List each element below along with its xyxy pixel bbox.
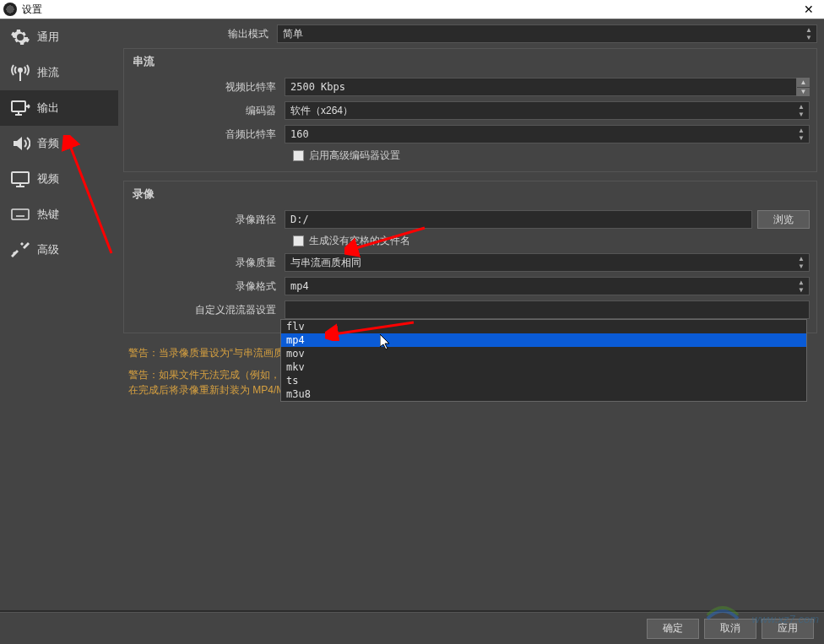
obs-icon — [3, 3, 17, 16]
sidebar: 通用 推流 输出 音频 视频 — [0, 19, 118, 610]
chevron-updown-icon: ▲▼ — [795, 279, 807, 293]
nospace-row[interactable]: 生成没有空格的文件名 — [293, 234, 810, 248]
recording-panel: 录像 录像路径 D:/ 浏览 生成没有空格的文件名 录像质量 与串流画 — [123, 181, 817, 333]
sidebar-item-advanced[interactable]: 高级 — [0, 232, 118, 268]
close-icon[interactable]: ✕ — [797, 3, 821, 16]
format-option-mp4[interactable]: mp4 — [281, 333, 806, 347]
muxer-input[interactable] — [285, 300, 810, 319]
sidebar-item-label: 输出 — [37, 100, 59, 116]
advanced-encoder-row[interactable]: 启用高级编码器设置 — [293, 149, 810, 163]
svg-point-0 — [19, 68, 22, 72]
keyboard-icon — [8, 203, 32, 226]
svg-rect-8 — [12, 209, 29, 219]
monitor-out-icon — [8, 96, 32, 120]
encoder-select[interactable]: 软件（x264） ▲▼ — [285, 101, 810, 120]
recording-format-select[interactable]: mp4 ▲▼ — [285, 277, 810, 295]
browse-button[interactable]: 浏览 — [757, 210, 810, 229]
output-mode-label: 输出模式 — [123, 27, 277, 41]
format-option-ts[interactable]: ts — [281, 374, 806, 387]
recording-quality-label: 录像质量 — [131, 256, 285, 270]
gear-icon — [8, 25, 32, 49]
audio-bitrate-select[interactable]: 160 ▲▼ — [285, 125, 810, 143]
sidebar-item-label: 热键 — [37, 207, 59, 222]
video-bitrate-stepper[interactable]: 2500 Kbps ▲ ▼ — [285, 78, 810, 96]
svg-rect-2 — [12, 101, 25, 111]
muxer-label: 自定义混流器设置 — [131, 303, 285, 317]
format-option-flv[interactable]: flv — [281, 320, 806, 333]
format-option-mov[interactable]: mov — [281, 347, 806, 360]
sidebar-item-label: 通用 — [37, 30, 59, 45]
tools-icon — [8, 238, 32, 262]
format-option-m3u8[interactable]: m3u8 — [281, 387, 806, 401]
chevron-updown-icon: ▲▼ — [795, 256, 807, 269]
advanced-encoder-label: 启用高级编码器设置 — [309, 149, 400, 163]
recording-title: 录像 — [133, 187, 810, 202]
main-content: 输出模式 简单 ▲▼ 串流 视频比特率 2500 Kbps ▲ ▼ — [118, 19, 824, 610]
sidebar-item-label: 视频 — [37, 171, 59, 187]
chevron-updown-icon: ▲▼ — [795, 127, 807, 141]
sidebar-item-output[interactable]: 输出 — [0, 90, 118, 126]
audio-bitrate-label: 音频比特率 — [131, 127, 285, 142]
output-mode-value: 简单 — [283, 27, 303, 41]
sidebar-item-label: 音频 — [37, 136, 59, 151]
sidebar-item-label: 高级 — [37, 242, 59, 257]
recording-quality-value: 与串流画质相同 — [290, 256, 361, 270]
sidebar-item-stream[interactable]: 推流 — [0, 55, 118, 90]
streaming-panel: 串流 视频比特率 2500 Kbps ▲ ▼ 编码器 — [123, 48, 817, 172]
footer: 确定 取消 应用 — [0, 612, 824, 644]
encoder-value: 软件（x264） — [290, 104, 353, 118]
window-title: 设置 — [22, 3, 42, 17]
sidebar-item-general[interactable]: 通用 — [0, 19, 118, 55]
audio-bitrate-value: 160 — [290, 128, 309, 140]
ok-button[interactable]: 确定 — [647, 619, 699, 639]
stepper-up-icon[interactable]: ▲ — [797, 78, 810, 87]
encoder-label: 编码器 — [131, 104, 285, 118]
monitor-icon — [8, 167, 32, 191]
speaker-icon — [8, 132, 32, 155]
streaming-title: 串流 — [133, 54, 810, 69]
recording-format-value: mp4 — [290, 280, 309, 292]
svg-rect-5 — [12, 172, 29, 183]
recording-path-value: D:/ — [290, 214, 309, 225]
sidebar-item-video[interactable]: 视频 — [0, 161, 118, 197]
output-mode-row: 输出模式 简单 ▲▼ — [123, 24, 817, 43]
checkbox-icon[interactable] — [293, 150, 304, 161]
recording-path-label: 录像路径 — [131, 213, 285, 227]
format-option-mkv[interactable]: mkv — [281, 360, 806, 374]
recording-quality-select[interactable]: 与串流画质相同 ▲▼ — [285, 253, 810, 272]
recording-format-label: 录像格式 — [131, 279, 285, 294]
sidebar-item-audio[interactable]: 音频 — [0, 126, 118, 161]
body: 通用 推流 输出 音频 视频 — [0, 19, 824, 610]
chevron-updown-icon: ▲▼ — [803, 27, 815, 41]
recording-format-dropdown[interactable]: flv mp4 mov mkv ts m3u8 — [280, 319, 807, 402]
video-bitrate-value[interactable]: 2500 Kbps — [285, 78, 796, 96]
checkbox-icon[interactable] — [293, 235, 304, 246]
sidebar-item-label: 推流 — [37, 65, 59, 80]
output-mode-select[interactable]: 简单 ▲▼ — [277, 24, 817, 43]
chevron-updown-icon: ▲▼ — [795, 104, 807, 117]
titlebar: 设置 ✕ — [0, 0, 824, 19]
sidebar-item-hotkeys[interactable]: 热键 — [0, 197, 118, 232]
watermark-text: www.xz7.com — [752, 613, 819, 625]
antenna-icon — [8, 61, 32, 84]
watermark-logo-icon — [706, 598, 740, 622]
video-bitrate-label: 视频比特率 — [131, 80, 285, 95]
nospace-label: 生成没有空格的文件名 — [309, 234, 410, 248]
stepper-down-icon[interactable]: ▼ — [797, 87, 810, 97]
recording-path-input[interactable]: D:/ — [285, 210, 752, 229]
